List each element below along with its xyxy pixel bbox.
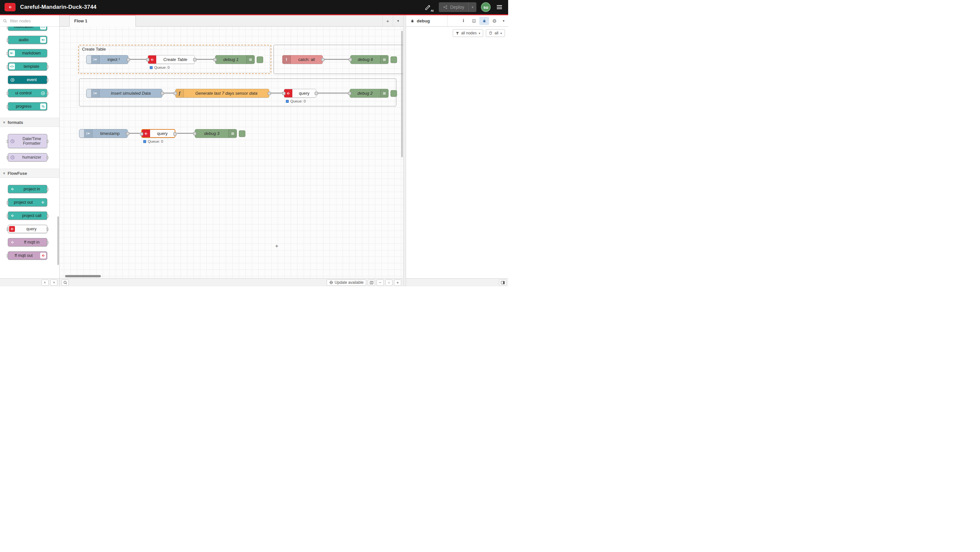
palette-section-flowfuse[interactable]: ▾FlowFuse xyxy=(0,169,59,178)
palette-search-input[interactable] xyxy=(10,18,56,24)
status-text: Queue: 0 xyxy=(148,139,163,144)
debug-enable-toggle[interactable] xyxy=(390,56,397,63)
palette-node-notification[interactable]: notification xyxy=(8,27,47,31)
flow-node-create-table[interactable]: Create Table xyxy=(148,55,195,64)
palette-section-formats[interactable]: ▾formats xyxy=(0,118,59,127)
palette-node-ui-control[interactable]: ui control xyxy=(8,89,47,97)
palette-node-markdown[interactable]: M↓markdown xyxy=(8,49,47,57)
zoom-in-button[interactable]: + xyxy=(394,279,401,286)
main-menu-button[interactable] xyxy=(495,3,504,11)
zoom-out-button[interactable]: − xyxy=(377,279,384,286)
flow-node-timestamp[interactable]: timestamp xyxy=(79,129,128,138)
palette-node-label: humanizer xyxy=(16,155,47,160)
debug-clear-button[interactable]: all ▾ xyxy=(486,29,505,37)
search-flows-button[interactable] xyxy=(62,279,69,286)
sidebar-tab-help-button[interactable] xyxy=(469,17,479,25)
flow-node-generate-last-7-days-sensor-data[interactable]: fGenerate last 7 days sensor data xyxy=(175,89,269,97)
user-avatar[interactable]: su xyxy=(481,2,491,12)
palette-search[interactable] xyxy=(0,15,59,27)
sidebar-tab-config-button[interactable]: ⚙ xyxy=(490,17,500,25)
node-output-port[interactable] xyxy=(161,92,164,95)
palette-node-project-call[interactable]: project call xyxy=(8,211,47,220)
flow-node-debug-2[interactable]: debug 2 xyxy=(350,89,388,97)
sidebar-tab-buttons: i ⚙ ▾ xyxy=(458,17,508,25)
debug-filter-button[interactable]: all nodes ▾ xyxy=(453,29,483,37)
tab-flow-1[interactable]: Flow 1 xyxy=(69,15,136,27)
palette-node-project-out[interactable]: project out xyxy=(8,198,47,207)
collapse-categories-button[interactable]: « xyxy=(41,279,49,286)
palette-node-humanizer[interactable]: humanizer xyxy=(8,153,47,161)
palette-node-label: project out xyxy=(8,200,38,205)
inject-trigger-button[interactable] xyxy=(86,56,91,64)
palette-node-ff-mqtt-out[interactable]: ff mqtt out xyxy=(8,251,47,260)
sidebar-tab-debug-button[interactable] xyxy=(479,17,489,25)
sidebar-tab-debug[interactable]: debug xyxy=(406,15,447,26)
palette-node-audio[interactable]: audio xyxy=(8,36,47,44)
deploy-button[interactable]: Deploy ▾ xyxy=(439,2,476,12)
sidebar-tab-info-button[interactable]: i xyxy=(458,17,468,25)
inject-trigger-button[interactable] xyxy=(80,129,84,137)
palette-node-query[interactable]: query xyxy=(8,225,47,233)
node-output-port[interactable] xyxy=(268,92,271,95)
node-output-port[interactable] xyxy=(321,58,325,61)
debug-messages[interactable] xyxy=(406,40,508,278)
debug-enable-toggle[interactable] xyxy=(390,90,397,97)
node-label: query xyxy=(292,89,316,97)
palette-scrollbar[interactable] xyxy=(57,216,59,265)
node-input-port[interactable] xyxy=(193,132,196,135)
node-input-port[interactable] xyxy=(213,58,217,61)
flow-node-query[interactable]: query xyxy=(284,89,316,97)
debug-enable-toggle[interactable] xyxy=(239,130,245,137)
palette-node-event[interactable]: event xyxy=(8,76,47,84)
flowfuse-logo[interactable] xyxy=(5,3,16,11)
palette-node-date-time-formatter[interactable]: Date/Time Formatter xyxy=(8,134,47,148)
node-status: Queue: 0 xyxy=(143,139,163,144)
expand-categories-button[interactable]: « xyxy=(50,279,57,286)
deploy-options-caret[interactable]: ▾ xyxy=(468,2,476,12)
inject-trigger-button[interactable] xyxy=(86,89,91,97)
node-input-port[interactable] xyxy=(349,58,352,61)
palette-footer: « « xyxy=(0,278,59,286)
node-output-port[interactable] xyxy=(173,132,177,136)
flow-node-catch-all[interactable]: !catch: all xyxy=(282,55,323,64)
palette-node-project-in[interactable]: project in xyxy=(8,185,47,193)
palette-port xyxy=(47,65,48,69)
arrow-circle-icon xyxy=(9,77,16,83)
flow-node-debug-1[interactable]: debug 1 xyxy=(215,55,255,64)
flow-node-debug-3[interactable]: debug 3 xyxy=(195,129,237,138)
node-input-port[interactable] xyxy=(348,92,351,95)
sidebar-splitter[interactable] xyxy=(403,15,406,286)
flowfuse-icon xyxy=(40,199,46,206)
node-output-port[interactable] xyxy=(126,132,129,135)
debug-enable-toggle[interactable] xyxy=(257,56,263,63)
flow-node-insert-simulated-data[interactable]: Insert simulated Data xyxy=(86,89,162,97)
flow-node-debug-6[interactable]: debug 6 xyxy=(350,55,388,64)
sidebar-tabs-menu-button[interactable]: ▾ xyxy=(500,19,507,23)
node-input-port[interactable] xyxy=(146,58,150,61)
node-output-port[interactable] xyxy=(127,58,130,61)
inject-icon xyxy=(91,56,100,64)
update-available-button[interactable]: Update available xyxy=(327,279,366,286)
palette-node-progress[interactable]: progress% xyxy=(8,102,47,111)
node-output-port[interactable] xyxy=(315,92,318,95)
node-input-port[interactable] xyxy=(140,132,143,136)
navigator-button[interactable] xyxy=(368,279,375,286)
flow-list-button[interactable]: ▾ xyxy=(393,15,403,26)
node-output-port[interactable] xyxy=(193,58,196,61)
canvas[interactable]: + Create Tableinject ¹Create TableQueue:… xyxy=(60,27,403,278)
sidebar-title: debug xyxy=(417,19,430,23)
add-flow-button[interactable]: + xyxy=(382,15,393,26)
menu-lines-icon xyxy=(229,129,237,137)
zoom-reset-button[interactable]: ○ xyxy=(385,279,393,286)
flow-node-inject[interactable]: inject ¹ xyxy=(86,55,128,64)
node-input-port[interactable] xyxy=(282,92,285,95)
palette-node-ff-mqtt-in[interactable]: ff mqtt in xyxy=(8,238,47,246)
palette-port xyxy=(7,92,8,95)
node-label: Create Table xyxy=(156,56,194,64)
node-input-port[interactable] xyxy=(174,92,177,95)
deploy-main[interactable]: Deploy xyxy=(439,2,469,12)
flow-node-query[interactable]: query xyxy=(141,129,175,138)
expand-sidebar-button[interactable] xyxy=(499,279,506,286)
ai-assistant-button[interactable]: AI xyxy=(422,2,434,12)
palette-node-template[interactable]: </>template xyxy=(8,62,47,71)
